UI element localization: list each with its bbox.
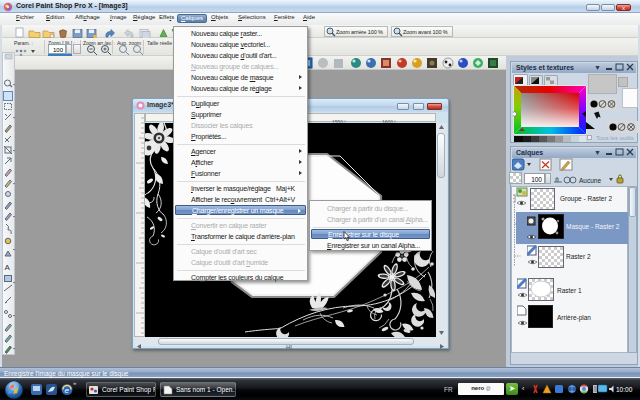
svg-text:e: e (65, 386, 70, 395)
svg-text:▼: ▼ (594, 149, 601, 156)
svg-text:▼: ▼ (594, 64, 601, 71)
svg-text:Aucune: Aucune (579, 177, 601, 184)
svg-text:A: A (5, 263, 11, 272)
